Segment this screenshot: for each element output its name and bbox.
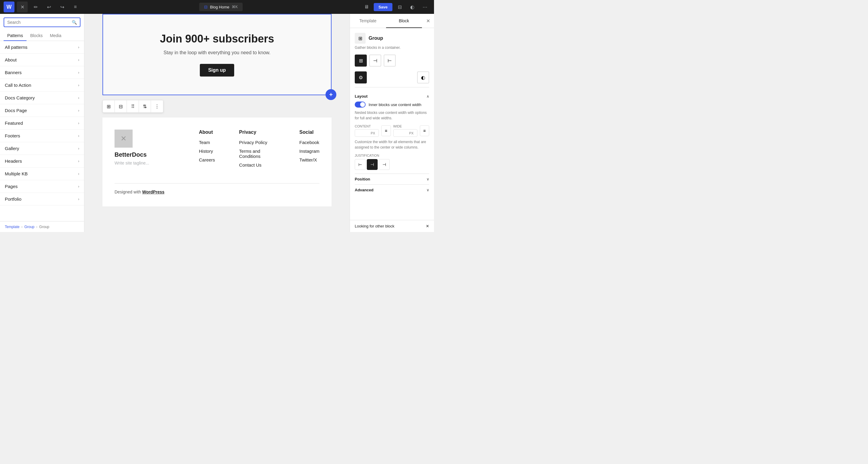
footer-nav-terms[interactable]: Terms and Conditions [239, 149, 275, 159]
advanced-section[interactable]: Advanced ∨ [355, 184, 429, 195]
redo-icon[interactable]: ↪ [57, 1, 67, 12]
search-input[interactable] [7, 20, 69, 25]
add-block-icon[interactable]: + [326, 89, 336, 100]
settings-row: ⚙ ◐ [355, 71, 429, 84]
sidebar-item-footers[interactable]: Footers › [0, 129, 84, 142]
tab-media[interactable]: Media [46, 31, 65, 41]
blog-home-button[interactable]: ⊟ Blog Home ⌘K [199, 3, 243, 11]
chevron-icon: › [78, 197, 79, 201]
block-link-icon[interactable]: ⊟ [115, 100, 127, 113]
content-width-value[interactable] [358, 131, 370, 135]
blog-home-icon: ⊟ [204, 4, 208, 9]
sidebar-item-headers[interactable]: Headers › [0, 155, 84, 167]
sidebar-item-featured[interactable]: Featured › [0, 117, 84, 129]
just-center-button[interactable]: ⊣ [367, 159, 378, 170]
contrast-icon-button[interactable]: ◐ [417, 71, 429, 84]
group-icon: ⊞ [358, 36, 362, 41]
chevron-icon: › [78, 184, 79, 189]
tab-template[interactable]: Template [350, 14, 386, 28]
tab-patterns[interactable]: Patterns [4, 31, 27, 41]
footer-nav-instagram[interactable]: Instagram [299, 149, 319, 154]
signup-button[interactable]: Sign up [200, 64, 235, 76]
content-align-button[interactable]: ≡ [381, 125, 391, 136]
style-group-button[interactable]: ⊞ [355, 55, 367, 67]
style-row-button[interactable]: ⊣ [369, 55, 381, 67]
wide-width-value[interactable] [396, 131, 408, 135]
breadcrumb-group-1[interactable]: Group [24, 225, 34, 229]
sidebar-item-banners[interactable]: Banners › [0, 66, 84, 79]
just-left-button[interactable]: ⊢ [355, 159, 366, 170]
toolbar-center: ⊟ Blog Home ⌘K [83, 3, 359, 11]
sidebar-tabs: Patterns Blocks Media [0, 31, 84, 41]
wide-width-input[interactable]: PX [393, 129, 417, 137]
footer-nav-twitter[interactable]: Twitter/X [299, 157, 319, 162]
block-more-icon[interactable]: ⋮ [151, 100, 163, 113]
list-view-icon[interactable]: ≡ [70, 1, 81, 12]
layout-section-header[interactable]: Layout ∧ [355, 91, 429, 101]
right-sidebar-close-button[interactable]: ✕ [422, 14, 434, 28]
chevron-icon: › [78, 70, 79, 75]
more-options-icon[interactable]: ⋯ [420, 1, 430, 12]
footer-nav-about-heading: About [199, 129, 215, 135]
block-style-icons: ⊞ ⊣ ⊢ [355, 55, 429, 67]
footer-brand: ✕ BetterDocs Write site tagline... [115, 129, 175, 171]
footer-nav-privacy-heading: Privacy [239, 129, 275, 135]
sidebar-item-label: Multiple KB [5, 171, 28, 176]
footer-brand-name: BetterDocs [115, 151, 175, 158]
footer-nav: About Team History Careers Privacy Priva… [199, 129, 319, 171]
search-box[interactable]: 🔍 [4, 18, 81, 27]
breadcrumb-template[interactable]: Template [5, 225, 20, 229]
sidebar-item-gallery[interactable]: Gallery › [0, 142, 84, 155]
sidebar-toggle-icon[interactable]: ⊟ [394, 1, 405, 12]
tab-block[interactable]: Block [386, 14, 422, 28]
sidebar-item-label: Docs Category [5, 95, 35, 100]
justification-label: JUSTIFICATION [355, 154, 429, 157]
block-group-icon[interactable]: ⊞ [103, 100, 115, 113]
sidebar-item-docs-page[interactable]: Docs Page › [0, 104, 84, 117]
breadcrumb-sep-2: › [36, 225, 37, 229]
position-section[interactable]: Position ∨ [355, 174, 429, 184]
contrast-toggle-icon[interactable]: ◐ [407, 1, 418, 12]
footer-nav-contact[interactable]: Contact Us [239, 162, 275, 167]
wp-logo-icon[interactable]: W [4, 1, 14, 12]
footer-block: ✕ BetterDocs Write site tagline... About… [102, 118, 332, 206]
close-button[interactable]: ✕ [17, 1, 28, 12]
block-drag-icon[interactable]: ⠿ [127, 100, 139, 113]
inner-blocks-toggle[interactable] [355, 101, 366, 107]
sidebar-item-portfolio[interactable]: Portfolio › [0, 193, 84, 206]
footer-nav-history[interactable]: History [199, 149, 215, 154]
sidebar-item-about[interactable]: About › [0, 54, 84, 66]
desktop-view-icon[interactable]: 🖥 [361, 1, 372, 12]
chevron-icon: › [78, 96, 79, 100]
looking-for-close-icon[interactable]: ✕ [426, 224, 429, 228]
sidebar-item-label: Pages [5, 184, 18, 189]
sidebar-item-docs-category[interactable]: Docs Category › [0, 92, 84, 104]
newsletter-block[interactable]: Join 900+ subscribers Stay in the loop w… [102, 14, 332, 95]
sidebar-item-call-to-action[interactable]: Call to Action › [0, 79, 84, 92]
footer-wordpress-link[interactable]: WordPress [142, 189, 164, 194]
sidebar-item-all-patterns[interactable]: All patterns › [0, 41, 84, 54]
just-right-button[interactable]: ⊣ [379, 159, 390, 170]
wide-px-label: PX [409, 131, 414, 135]
footer-tagline[interactable]: Write site tagline... [115, 161, 175, 165]
settings-icon-button[interactable]: ⚙ [355, 71, 367, 84]
right-sidebar-header: Template Block ✕ [350, 14, 434, 28]
block-move-icon[interactable]: ⇅ [139, 100, 151, 113]
tab-blocks[interactable]: Blocks [27, 31, 46, 41]
sidebar-item-multiple-kb[interactable]: Multiple KB › [0, 167, 84, 180]
style-stack-button[interactable]: ⊢ [384, 55, 396, 67]
undo-icon[interactable]: ↩ [43, 1, 54, 12]
block-type-header: ⊞ Group [355, 33, 429, 44]
footer-nav-privacy-policy[interactable]: Privacy Policy [239, 140, 275, 145]
save-button[interactable]: Save [374, 3, 393, 11]
looking-for-block[interactable]: Looking for other block ✕ [350, 220, 434, 232]
footer-nav-facebook[interactable]: Facebook [299, 140, 319, 145]
breadcrumb: Template › Group › Group [0, 221, 84, 232]
wide-align-button[interactable]: ≡ [420, 125, 430, 136]
content-width-input[interactable]: PX [355, 129, 379, 137]
footer-nav-team[interactable]: Team [199, 140, 215, 145]
footer-nav-careers[interactable]: Careers [199, 157, 215, 162]
sidebar-item-pages[interactable]: Pages › [0, 180, 84, 193]
breadcrumb-sep-1: › [22, 225, 23, 229]
pencil-icon[interactable]: ✏ [30, 1, 41, 12]
